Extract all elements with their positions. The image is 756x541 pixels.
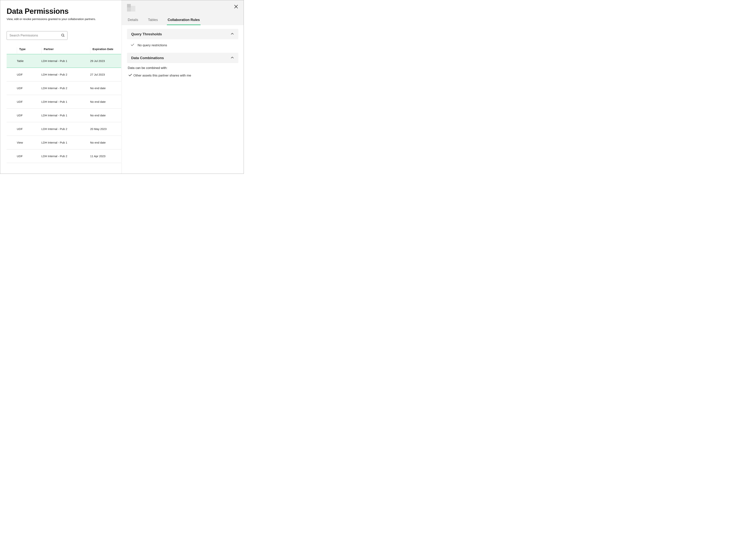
- cell-type: Table: [17, 54, 41, 68]
- section-title-data-combinations: Data Combinations: [131, 56, 164, 60]
- app-frame: Data Permissions View, edit or revoke pe…: [0, 0, 244, 174]
- cell-partner: LDH Internal - Pub 2: [41, 122, 90, 136]
- cell-type: UDF: [17, 95, 41, 109]
- permissions-pane: Data Permissions View, edit or revoke pe…: [0, 0, 122, 174]
- panel-header: [122, 0, 244, 15]
- asset-thumbnail: [127, 4, 135, 12]
- table-row[interactable]: ViewLDH Internal - Pub 1No end date: [7, 136, 121, 150]
- cell-expiration: 27 Jul 2023: [90, 68, 121, 81]
- page-subtitle: View, edit or revoke permissions granted…: [7, 17, 122, 21]
- section-header-data-combinations[interactable]: Data Combinations: [127, 53, 238, 63]
- cell-expiration: No end date: [90, 95, 121, 109]
- column-header-type[interactable]: Type: [17, 47, 41, 54]
- section-content-query-thresholds: No query restrictions: [129, 43, 238, 48]
- svg-point-0: [62, 34, 64, 36]
- check-icon: [128, 73, 132, 78]
- search-permissions-field[interactable]: [7, 31, 67, 40]
- cell-type: View: [17, 136, 41, 150]
- chevron-up-icon: [230, 56, 234, 60]
- cell-partner: LDH Internal - Pub 1: [41, 54, 90, 68]
- search-icon: [61, 33, 65, 38]
- cell-expiration: No end date: [90, 109, 121, 122]
- cell-partner: LDH Internal - Pub 1: [41, 109, 90, 122]
- table-row[interactable]: UDFLDH Internal - Pub 211 Apr 2023: [7, 150, 121, 163]
- data-combinations-intro: Data can be combined with:: [128, 66, 238, 70]
- tab-details[interactable]: Details: [127, 15, 139, 25]
- tab-collaboration-rules[interactable]: Collaboration Rules: [167, 15, 201, 25]
- query-thresholds-status: No query restrictions: [138, 43, 167, 47]
- panel-body: Query Thresholds No query restrictions: [122, 25, 244, 174]
- cell-type: UDF: [17, 68, 41, 81]
- cell-type: UDF: [17, 150, 41, 163]
- column-header-partner[interactable]: Partner: [41, 47, 90, 54]
- svg-line-1: [64, 36, 64, 36]
- close-button[interactable]: [233, 4, 239, 10]
- column-header-expiration[interactable]: Expiration Date: [90, 47, 121, 54]
- table-row[interactable]: TableLDH Internal - Pub 129 Jul 2023: [7, 54, 121, 68]
- table-row[interactable]: UDFLDH Internal - Pub 227 Jul 2023: [7, 68, 121, 81]
- cell-type: UDF: [17, 109, 41, 122]
- table-row[interactable]: UDFLDH Internal - Pub 1No end date: [7, 95, 121, 109]
- cell-expiration: No end date: [90, 136, 121, 150]
- cell-expiration: 29 Jul 2023: [90, 54, 121, 68]
- permissions-table: Type Partner Expiration Date TableLDH In…: [7, 47, 121, 163]
- table-row[interactable]: UDFLDH Internal - Pub 2No end date: [7, 81, 121, 95]
- cell-partner: LDH Internal - Pub 1: [41, 95, 90, 109]
- page-title: Data Permissions: [7, 7, 122, 15]
- panel-tabs: Details Tables Collaboration Rules: [122, 15, 244, 25]
- cell-partner: LDH Internal - Pub 1: [41, 136, 90, 150]
- details-panel: Details Tables Collaboration Rules Query…: [122, 0, 244, 174]
- cell-expiration: No end date: [90, 81, 121, 95]
- data-combinations-item-label: Other assets this partner shares with me: [133, 74, 191, 77]
- close-icon: [234, 7, 238, 9]
- cell-expiration: 11 Apr 2023: [90, 150, 121, 163]
- search-input[interactable]: [9, 33, 61, 38]
- cell-type: UDF: [17, 122, 41, 136]
- tab-tables[interactable]: Tables: [147, 15, 159, 25]
- cell-expiration: 20 May 2023: [90, 122, 121, 136]
- section-title-query-thresholds: Query Thresholds: [131, 32, 162, 36]
- cell-partner: LDH Internal - Pub 2: [41, 150, 90, 163]
- table-row[interactable]: UDFLDH Internal - Pub 220 May 2023: [7, 122, 121, 136]
- chevron-up-icon: [230, 32, 234, 36]
- cell-partner: LDH Internal - Pub 2: [41, 68, 90, 81]
- cell-partner: LDH Internal - Pub 2: [41, 81, 90, 95]
- check-icon: [130, 43, 135, 48]
- section-header-query-thresholds[interactable]: Query Thresholds: [127, 29, 238, 39]
- table-header-row: Type Partner Expiration Date: [7, 47, 121, 54]
- data-combinations-item: Other assets this partner shares with me: [128, 73, 238, 78]
- cell-type: UDF: [17, 81, 41, 95]
- table-row[interactable]: UDFLDH Internal - Pub 1No end date: [7, 109, 121, 122]
